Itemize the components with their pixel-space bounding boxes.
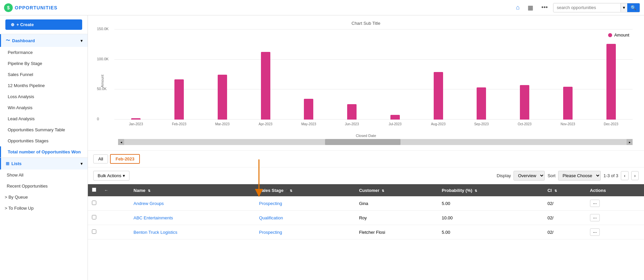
row-actions-button[interactable]: ··· [590,200,600,207]
search-submit-button[interactable]: 🔍 [627,3,640,12]
search-dropdown-button[interactable]: ▾ [621,3,627,12]
row-actions-cell: ··· [586,225,644,239]
table-header-row: ← Name ⇅ Sales Stage ⬛⇅ Customer ⇅ [88,184,644,196]
sidebar-expandable-to-follow-up[interactable]: > To Follow Up [0,203,88,214]
row-cl-cell: 02/ [543,211,586,225]
search-wrap: ▾ 🔍 [553,3,640,12]
create-button[interactable]: ⊕ + Create [5,19,82,30]
row-name-cell[interactable]: Benton Truck Logistics [129,225,255,239]
data-table: ← Name ⇅ Sales Stage ⬛⇅ Customer ⇅ [88,184,644,239]
select-all-checkbox[interactable] [92,188,96,192]
row-actions-button[interactable]: ··· [590,214,600,221]
bulk-actions-button[interactable]: Bulk Actions ▾ [93,171,129,181]
row-name-cell[interactable]: ABC Entertainments [129,211,255,225]
th-probability[interactable]: Probability (%) ⇅ [438,184,543,196]
sidebar-list-item-recent[interactable]: Recent Opportunities [0,181,88,192]
pagination-next-button[interactable]: › [631,171,639,180]
pagination-prev-button[interactable]: ‹ [621,171,628,180]
search-input[interactable] [553,3,621,12]
sidebar-nav-item-win-analysis[interactable]: Win Analysis [0,102,88,113]
filter-tab-feb2023[interactable]: Feb-2023 [110,154,140,164]
th-actions-label: Actions [590,188,606,193]
chart-x-label: Dec-2023 [589,120,633,133]
lists-icon: ⊞ [6,161,9,166]
lists-chevron-icon: ▾ [80,161,83,166]
chart-bar [606,44,616,120]
chart-button[interactable]: ▦ [525,3,536,13]
create-icon: ⊕ [11,22,14,27]
main-layout: ⊕ + Create 〜 Dashboard ▾ Performance Pip… [0,15,644,280]
chart-bar-group[interactable] [374,29,417,120]
sidebar-nav-item-performance[interactable]: Performance [0,47,88,58]
th-cl[interactable]: Cl ⇅ [543,184,586,196]
sidebar-nav-item-sales-funnel[interactable]: Sales Funnel [0,69,88,80]
th-customer[interactable]: Customer ⇅ [355,184,438,196]
chart-bar [174,79,184,120]
row-checkbox[interactable] [92,229,96,234]
th-sales-stage[interactable]: Sales Stage ⬛⇅ [255,184,355,196]
row-checkbox-cell [88,211,100,225]
th-name[interactable]: Name ⇅ [129,184,255,196]
sidebar-nav-item-total-won[interactable]: Total number of Opportunities Won [0,146,88,157]
chart-bar-group[interactable] [287,29,330,120]
sidebar-nav-item-lead-analysis[interactable]: Lead Analysis [0,113,88,124]
chart-x-label: Jan-2023 [114,120,158,133]
dashboard-label: 〜 Dashboard [6,38,35,44]
home-button[interactable]: ⌂ [513,3,522,12]
sidebar-expandable-by-queue[interactable]: > By Queue [0,192,88,203]
sort-label: Sort [547,173,555,178]
chart-bar-group[interactable] [417,29,460,120]
chart-bar-group[interactable] [114,29,158,120]
brand-icon: $ [4,3,13,12]
scrollbar-left-button[interactable]: ◂ [118,139,124,145]
chart-bar-group[interactable] [244,29,287,120]
chart-bar-group[interactable] [330,29,374,120]
brand-area: $ OPPORTUNITIES [4,3,57,12]
row-checkbox[interactable] [92,215,96,219]
sidebar-nav-item-pipeline-by-stage[interactable]: Pipeline By Stage [0,58,88,69]
dashboard-header[interactable]: 〜 Dashboard ▾ [0,34,88,47]
chart-bar-group[interactable] [503,29,546,120]
chart-bar-group[interactable] [158,29,201,120]
display-select[interactable]: Overview [514,171,545,181]
chart-bar-group[interactable] [201,29,244,120]
chart-x-label: Jun-2023 [330,120,374,133]
sidebar-nav-item-loss-analysis[interactable]: Loss Analysis [0,91,88,102]
bulk-actions-chevron-icon: ▾ [123,173,125,178]
more-button[interactable]: ••• [539,3,550,12]
filter-tab-all[interactable]: All [93,154,108,163]
lists-header[interactable]: ⊞ Lists ▾ [0,158,88,169]
sort-select[interactable]: Please Choose [558,171,601,181]
row-customer-cell: Gina [355,196,438,211]
brand-name: OPPORTUNITIES [15,5,57,10]
sidebar-nav-item-opportunities-summary-table[interactable]: Opportunities Summary Table [0,124,88,135]
table-body: Andrew Groups Prospecting Gina 5.00 02/ … [88,196,644,239]
tick-0: 0 [97,117,99,121]
row-cl-cell: 02/ [543,196,586,211]
sidebar-nav-item-12-months-pipeline[interactable]: 12 Months Pipeline [0,80,88,91]
table-row: ABC Entertainments Qualification Roy 10.… [88,211,644,225]
chart-bar-group[interactable] [460,29,503,120]
scrollbar-thumb[interactable] [325,139,400,145]
sidebar-list-item-show-all[interactable]: Show All [0,169,88,181]
chart-bar [261,52,270,120]
sidebar-nav-item-opportunities-stages[interactable]: Opportunities Stages [0,135,88,146]
scrollbar-track[interactable] [124,139,627,145]
row-checkbox[interactable] [92,201,96,205]
chart-bar [218,75,227,120]
row-checkbox-cell [88,225,100,239]
row-actions-button[interactable]: ··· [590,228,600,236]
th-back-arrow: ← [100,184,129,196]
row-checkbox-cell [88,196,100,211]
table-row: Andrew Groups Prospecting Gina 5.00 02/ … [88,196,644,211]
scrollbar-right-button[interactable]: ▸ [627,139,633,145]
display-label: Display [497,173,511,178]
dashboard-chevron-icon: ▾ [80,38,83,43]
main-content: Chart Sub Title Amount Amount 150.0K 100… [88,15,644,280]
pagination-info: 1-3 of 3 [603,173,618,178]
chart-bar-group[interactable] [589,29,633,120]
chart-x-label: Apr-2023 [244,120,287,133]
row-name-cell[interactable]: Andrew Groups [129,196,255,211]
chart-bar-group[interactable] [546,29,590,120]
chart-x-label: Mar-2023 [201,120,244,133]
